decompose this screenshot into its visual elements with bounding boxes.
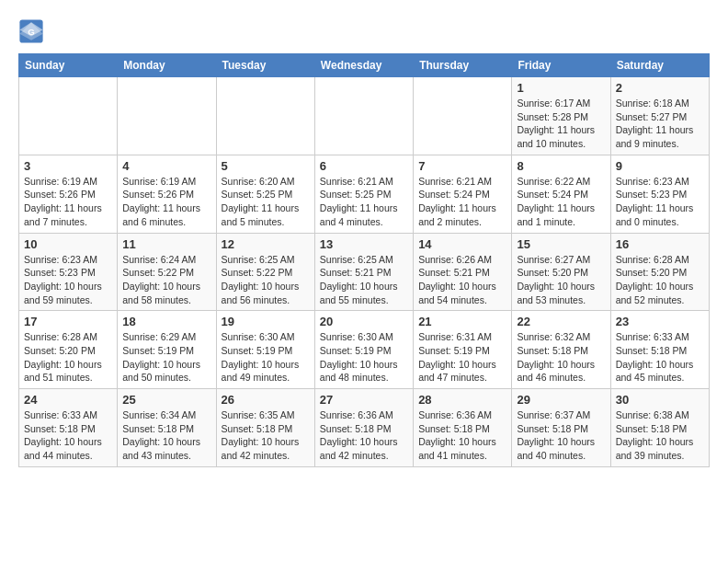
weekday-header-wednesday: Wednesday — [314, 54, 413, 77]
weekday-header-monday: Monday — [118, 54, 216, 77]
day-number: 11 — [122, 237, 210, 251]
day-number: 24 — [24, 393, 112, 407]
calendar-week-row: 1Sunrise: 6:17 AM Sunset: 5:28 PM Daylig… — [19, 77, 710, 155]
weekday-header-tuesday: Tuesday — [216, 54, 314, 77]
weekday-header-saturday: Saturday — [610, 54, 709, 77]
day-info: Sunrise: 6:30 AM Sunset: 5:19 PM Dayligh… — [320, 330, 408, 385]
calendar-cell — [216, 77, 314, 155]
day-number: 7 — [418, 159, 506, 173]
calendar-cell: 7Sunrise: 6:21 AM Sunset: 5:24 PM Daylig… — [414, 155, 512, 233]
day-info: Sunrise: 6:21 AM Sunset: 5:24 PM Dayligh… — [418, 175, 506, 229]
day-info: Sunrise: 6:22 AM Sunset: 5:24 PM Dayligh… — [517, 175, 605, 229]
calendar-cell: 17Sunrise: 6:28 AM Sunset: 5:20 PM Dayli… — [19, 311, 118, 389]
day-number: 20 — [320, 315, 408, 328]
calendar-week-row: 17Sunrise: 6:28 AM Sunset: 5:20 PM Dayli… — [19, 311, 710, 389]
day-number: 15 — [517, 237, 605, 251]
day-number: 22 — [517, 315, 605, 328]
day-number: 21 — [418, 315, 506, 328]
day-number: 25 — [122, 393, 210, 407]
day-info: Sunrise: 6:29 AM Sunset: 5:19 PM Dayligh… — [122, 330, 210, 385]
day-info: Sunrise: 6:23 AM Sunset: 5:23 PM Dayligh… — [616, 175, 704, 229]
calendar-table: SundayMondayTuesdayWednesdayThursdayFrid… — [18, 53, 710, 467]
day-number: 10 — [24, 237, 112, 251]
day-info: Sunrise: 6:20 AM Sunset: 5:25 PM Dayligh… — [222, 175, 310, 229]
day-info: Sunrise: 6:35 AM Sunset: 5:18 PM Dayligh… — [222, 408, 310, 463]
day-info: Sunrise: 6:33 AM Sunset: 5:18 PM Dayligh… — [616, 330, 704, 385]
calendar-cell: 29Sunrise: 6:37 AM Sunset: 5:18 PM Dayli… — [512, 389, 610, 467]
calendar-cell — [118, 77, 216, 155]
calendar-week-row: 24Sunrise: 6:33 AM Sunset: 5:18 PM Dayli… — [19, 389, 710, 467]
day-info: Sunrise: 6:25 AM Sunset: 5:21 PM Dayligh… — [320, 253, 408, 307]
calendar-week-row: 10Sunrise: 6:23 AM Sunset: 5:23 PM Dayli… — [19, 233, 710, 311]
day-info: Sunrise: 6:33 AM Sunset: 5:18 PM Dayligh… — [24, 408, 112, 463]
day-number: 6 — [320, 159, 408, 173]
calendar-cell: 23Sunrise: 6:33 AM Sunset: 5:18 PM Dayli… — [610, 311, 709, 389]
calendar-cell: 3Sunrise: 6:19 AM Sunset: 5:26 PM Daylig… — [19, 155, 118, 233]
calendar-cell: 14Sunrise: 6:26 AM Sunset: 5:21 PM Dayli… — [414, 233, 512, 311]
calendar-cell: 16Sunrise: 6:28 AM Sunset: 5:20 PM Dayli… — [610, 233, 709, 311]
day-info: Sunrise: 6:38 AM Sunset: 5:18 PM Dayligh… — [616, 408, 704, 463]
calendar-cell: 28Sunrise: 6:36 AM Sunset: 5:18 PM Dayli… — [414, 389, 512, 467]
calendar-week-row: 3Sunrise: 6:19 AM Sunset: 5:26 PM Daylig… — [19, 155, 710, 233]
day-info: Sunrise: 6:36 AM Sunset: 5:18 PM Dayligh… — [320, 408, 408, 463]
calendar-cell: 9Sunrise: 6:23 AM Sunset: 5:23 PM Daylig… — [610, 155, 709, 233]
day-info: Sunrise: 6:32 AM Sunset: 5:18 PM Dayligh… — [517, 330, 605, 385]
weekday-header-sunday: Sunday — [19, 54, 118, 77]
day-number: 5 — [222, 159, 310, 173]
day-number: 29 — [517, 393, 605, 407]
day-info: Sunrise: 6:36 AM Sunset: 5:18 PM Dayligh… — [418, 408, 506, 463]
day-info: Sunrise: 6:19 AM Sunset: 5:26 PM Dayligh… — [122, 175, 210, 229]
page: G SundayMondayTuesdayWednesdayThursdayFr… — [0, 0, 728, 563]
calendar-cell — [414, 77, 512, 155]
calendar-cell: 13Sunrise: 6:25 AM Sunset: 5:21 PM Dayli… — [314, 233, 413, 311]
day-info: Sunrise: 6:31 AM Sunset: 5:19 PM Dayligh… — [418, 330, 506, 385]
day-info: Sunrise: 6:28 AM Sunset: 5:20 PM Dayligh… — [616, 253, 704, 307]
calendar-cell: 1Sunrise: 6:17 AM Sunset: 5:28 PM Daylig… — [512, 77, 610, 155]
weekday-header-row: SundayMondayTuesdayWednesdayThursdayFrid… — [19, 54, 710, 77]
calendar-cell — [314, 77, 413, 155]
day-info: Sunrise: 6:17 AM Sunset: 5:28 PM Dayligh… — [517, 97, 605, 151]
day-number: 2 — [616, 81, 704, 95]
calendar-cell: 11Sunrise: 6:24 AM Sunset: 5:22 PM Dayli… — [118, 233, 216, 311]
day-info: Sunrise: 6:26 AM Sunset: 5:21 PM Dayligh… — [418, 253, 506, 307]
calendar-cell: 22Sunrise: 6:32 AM Sunset: 5:18 PM Dayli… — [512, 311, 610, 389]
calendar-cell: 18Sunrise: 6:29 AM Sunset: 5:19 PM Dayli… — [118, 311, 216, 389]
day-number: 26 — [222, 393, 310, 407]
day-info: Sunrise: 6:18 AM Sunset: 5:27 PM Dayligh… — [616, 97, 704, 151]
day-number: 18 — [122, 315, 210, 328]
calendar-cell: 5Sunrise: 6:20 AM Sunset: 5:25 PM Daylig… — [216, 155, 314, 233]
logo-icon: G — [18, 18, 44, 44]
calendar-cell: 10Sunrise: 6:23 AM Sunset: 5:23 PM Dayli… — [19, 233, 118, 311]
calendar-cell: 26Sunrise: 6:35 AM Sunset: 5:18 PM Dayli… — [216, 389, 314, 467]
weekday-header-thursday: Thursday — [414, 54, 512, 77]
calendar-cell: 6Sunrise: 6:21 AM Sunset: 5:25 PM Daylig… — [314, 155, 413, 233]
day-number: 8 — [517, 159, 605, 173]
day-info: Sunrise: 6:28 AM Sunset: 5:20 PM Dayligh… — [24, 330, 112, 385]
day-info: Sunrise: 6:37 AM Sunset: 5:18 PM Dayligh… — [517, 408, 605, 463]
day-info: Sunrise: 6:27 AM Sunset: 5:20 PM Dayligh… — [517, 253, 605, 307]
day-number: 19 — [222, 315, 310, 328]
day-number: 4 — [122, 159, 210, 173]
day-number: 16 — [616, 237, 704, 251]
calendar-cell: 27Sunrise: 6:36 AM Sunset: 5:18 PM Dayli… — [314, 389, 413, 467]
calendar-cell — [19, 77, 118, 155]
header: G — [18, 15, 710, 44]
calendar-cell: 25Sunrise: 6:34 AM Sunset: 5:18 PM Dayli… — [118, 389, 216, 467]
calendar-cell: 15Sunrise: 6:27 AM Sunset: 5:20 PM Dayli… — [512, 233, 610, 311]
calendar-cell: 12Sunrise: 6:25 AM Sunset: 5:22 PM Dayli… — [216, 233, 314, 311]
day-info: Sunrise: 6:19 AM Sunset: 5:26 PM Dayligh… — [24, 175, 112, 229]
calendar-cell: 24Sunrise: 6:33 AM Sunset: 5:18 PM Dayli… — [19, 389, 118, 467]
day-number: 1 — [517, 81, 605, 95]
day-info: Sunrise: 6:30 AM Sunset: 5:19 PM Dayligh… — [222, 330, 310, 385]
day-info: Sunrise: 6:34 AM Sunset: 5:18 PM Dayligh… — [122, 408, 210, 463]
calendar-cell: 30Sunrise: 6:38 AM Sunset: 5:18 PM Dayli… — [610, 389, 709, 467]
day-info: Sunrise: 6:24 AM Sunset: 5:22 PM Dayligh… — [122, 253, 210, 307]
weekday-header-friday: Friday — [512, 54, 610, 77]
day-number: 28 — [418, 393, 506, 407]
day-number: 30 — [616, 393, 704, 407]
svg-text:G: G — [28, 27, 35, 37]
calendar-cell: 4Sunrise: 6:19 AM Sunset: 5:26 PM Daylig… — [118, 155, 216, 233]
calendar-cell: 21Sunrise: 6:31 AM Sunset: 5:19 PM Dayli… — [414, 311, 512, 389]
calendar-cell: 2Sunrise: 6:18 AM Sunset: 5:27 PM Daylig… — [610, 77, 709, 155]
day-info: Sunrise: 6:23 AM Sunset: 5:23 PM Dayligh… — [24, 253, 112, 307]
